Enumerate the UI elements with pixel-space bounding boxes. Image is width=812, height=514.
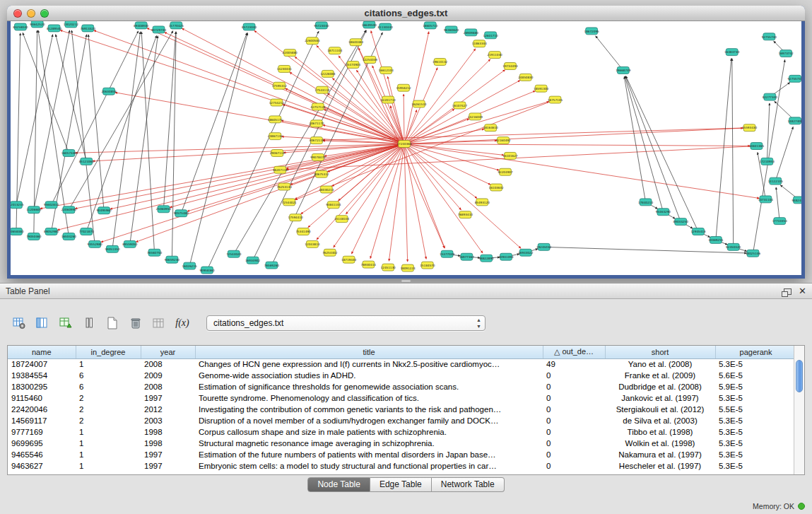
graph-node[interactable]: 96360820 [444, 26, 459, 33]
graph-node[interactable]: 85493120 [475, 199, 490, 206]
graph-node[interactable]: 18719440 [341, 256, 357, 263]
column-header-year[interactable]: year [141, 346, 195, 358]
graph-node[interactable]: 16977367 [459, 253, 475, 260]
graph-node[interactable]: 85723040 [242, 23, 257, 30]
create-column-icon[interactable] [103, 314, 122, 332]
table-options-icon[interactable] [10, 314, 28, 332]
graph-node[interactable]: 14230441 [277, 65, 293, 72]
graph-node[interactable]: 93552980 [88, 240, 103, 247]
graph-node[interactable]: 29067114 [270, 149, 286, 156]
graph-node[interactable]: 15377049 [440, 250, 455, 257]
graph-node[interactable]: 16057340 [61, 149, 77, 156]
graph-node[interactable]: 92450320 [726, 243, 741, 250]
graph-node[interactable]: 82277340 [763, 93, 778, 100]
graph-node[interactable]: 18757105 [548, 96, 563, 103]
graph-node[interactable]: 23867132 [268, 133, 283, 140]
graph-node[interactable]: 15148104 [334, 216, 350, 223]
graph-node[interactable]: 18605174 [268, 116, 283, 123]
network-canvas[interactable]: 1724036422005880142304411759531212754212… [11, 21, 801, 275]
graph-node[interactable]: 22005880 [283, 49, 298, 57]
graph-node[interactable]: 19668749 [616, 66, 631, 74]
graph-node[interactable]: 89408930 [134, 22, 149, 29]
graph-node[interactable]: 76913320 [81, 25, 96, 32]
graph-node[interactable]: 59051350 [105, 245, 120, 252]
graph-node[interactable]: 99078470 [310, 153, 326, 160]
graph-node[interactable]: 32160492 [495, 137, 511, 144]
graph-node[interactable]: 19734493 [502, 63, 518, 70]
table-row[interactable]: 946362711997Embryonic stem cells: a mode… [8, 460, 796, 472]
graph-node[interactable]: 18164610 [483, 124, 499, 132]
table-row[interactable]: 1938455462009Genome-wide association stu… [8, 370, 796, 381]
graph-node[interactable]: 90575480 [174, 210, 189, 217]
column-header-in_degree[interactable]: in_degree [76, 346, 141, 358]
graph-node[interactable]: 38207116 [273, 166, 288, 173]
float-panel-icon[interactable] [784, 288, 792, 295]
graph-node[interactable]: 76930414 [361, 261, 377, 268]
graph-node[interactable]: 79050460 [26, 233, 42, 240]
graph-node[interactable]: 94824050 [792, 197, 801, 204]
graph-node[interactable]: 95723040 [314, 22, 329, 29]
graph-node[interactable]: 16101627 [502, 152, 518, 159]
graph-node[interactable]: 14122105 [768, 177, 784, 185]
graph-node[interactable]: 19245032 [536, 243, 552, 250]
table-row[interactable]: 969969511998Structural magnetic resonanc… [8, 438, 796, 449]
graph-node[interactable]: 16943022 [518, 249, 534, 256]
graph-node[interactable]: 17543110 [314, 86, 330, 93]
graph-node[interactable]: 24850830 [518, 74, 534, 81]
close-window-button[interactable] [13, 9, 22, 18]
graph-node[interactable]: 17210953 [760, 158, 775, 165]
graph-node[interactable]: 18605710 [423, 22, 438, 29]
column-header-pagerank[interactable]: pagerank [715, 346, 796, 358]
graph-node[interactable]: 95463290 [656, 209, 671, 216]
graph-node[interactable]: 90495960 [96, 207, 112, 214]
graph-node[interactable]: 76569260 [264, 262, 280, 269]
graph-node[interactable]: 17595312 [272, 82, 288, 89]
graph-node[interactable]: 76893410 [458, 211, 473, 218]
zoom-window-button[interactable] [40, 9, 49, 18]
graph-node[interactable]: 94642520 [30, 21, 45, 28]
graph-node[interactable]: 18091224 [400, 264, 416, 271]
graph-node[interactable]: 17240364 [396, 141, 412, 148]
graph-node[interactable]: 18591300 [534, 85, 549, 92]
graph-node[interactable]: 13216049 [468, 113, 483, 120]
graph-node[interactable]: 12754212 [269, 99, 285, 106]
graph-node[interactable]: 90958360 [199, 267, 215, 274]
graph-node[interactable]: 22060990 [61, 206, 77, 214]
graph-node[interactable]: 90659230 [165, 256, 180, 263]
graph-node[interactable]: 20630858 [101, 88, 117, 95]
graph-node[interactable]: 12226088 [320, 70, 336, 77]
table-row[interactable]: 1456911722003Disruption of a novel membe… [8, 415, 796, 426]
graph-node[interactable]: 89052980 [44, 228, 59, 235]
graph-node[interactable]: 15474904 [346, 62, 361, 69]
graph-node[interactable]: 11206605 [26, 206, 42, 214]
graph-node[interactable]: 72544020 [226, 250, 242, 257]
graph-node[interactable]: 12451130 [381, 264, 396, 271]
graph-node[interactable]: 10931094 [498, 253, 514, 260]
graph-node[interactable]: 15593430 [742, 124, 758, 132]
graph-node[interactable]: 18672095 [584, 28, 600, 35]
graph-node[interactable]: 77021870 [79, 228, 95, 235]
graph-node[interactable]: 90729740 [151, 26, 167, 33]
graph-node[interactable]: 81130440 [378, 23, 394, 30]
graph-node[interactable]: 81289540 [47, 25, 62, 32]
graph-node[interactable]: 15958212 [396, 84, 411, 91]
graph-node[interactable]: 12254049 [363, 57, 378, 64]
graph-node[interactable]: 20671170 [309, 120, 324, 127]
function-builder-icon[interactable]: f(x) [173, 314, 192, 332]
graph-node[interactable]: 89033250 [673, 218, 689, 226]
column-header-name[interactable]: name [8, 346, 76, 358]
graph-node[interactable]: 16612104 [379, 66, 394, 74]
graph-node[interactable]: 75341490 [295, 228, 311, 235]
window-titlebar[interactable]: citations_edges.txt [7, 6, 805, 21]
table-scrollbar[interactable] [794, 346, 804, 474]
column-header-title[interactable]: title [195, 346, 543, 358]
graph-node[interactable]: 95602810 [44, 201, 59, 209]
graph-node[interactable]: 11863344 [472, 40, 488, 47]
close-panel-icon[interactable]: ✕ [799, 284, 806, 299]
graph-node[interactable]: 18030214 [319, 186, 334, 193]
delete-column-icon[interactable] [126, 314, 145, 332]
graph-node[interactable]: 16483740 [724, 49, 740, 56]
graph-node[interactable]: 10731104 [758, 196, 774, 203]
graph-node[interactable]: 10841365 [749, 143, 765, 150]
graph-node[interactable]: 15184570 [420, 262, 435, 269]
